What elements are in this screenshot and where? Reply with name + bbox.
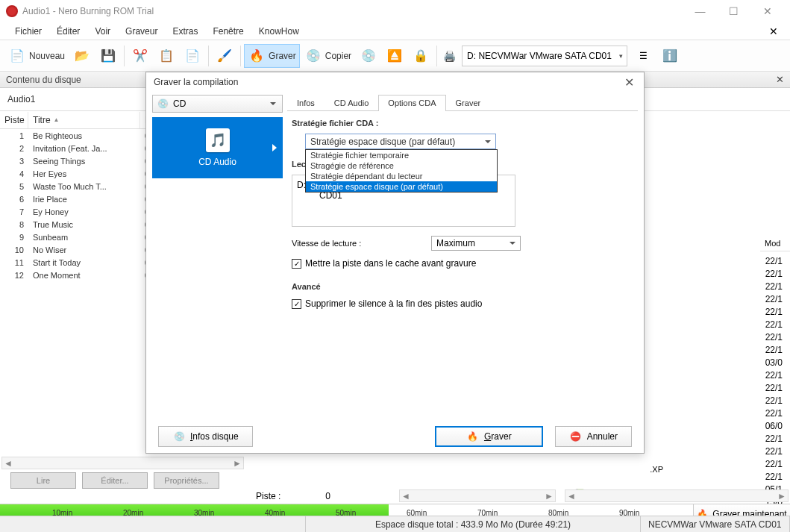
drive-options-button[interactable]: ☰ xyxy=(631,44,656,68)
toolbar: 📄 Nouveau 📂 💾 ✂️ 📋 📄 🖌️ 🔥 Graver 💿 Copie… xyxy=(0,40,790,72)
date-cell: 22/1 xyxy=(758,281,790,294)
burn-confirm-button[interactable]: 🔥 Graver xyxy=(435,426,543,447)
disc-type-select[interactable]: 💿 CD xyxy=(152,95,283,113)
dropdown-option[interactable]: Stragégie de référence xyxy=(306,160,497,171)
dropdown-option[interactable]: Stratégie dépendant du lecteur xyxy=(306,171,497,181)
tab-content: Stratégie fichier CDA : Stratégie espace… xyxy=(287,111,638,324)
titlebar-text: Audio1 - Nero Burning ROM Trial xyxy=(22,6,154,16)
header-titre[interactable]: Titre▲ xyxy=(28,112,140,128)
copy-clip-button[interactable]: 📋 xyxy=(154,44,179,68)
maximize-button[interactable]: ☐ xyxy=(717,0,750,22)
tab-graver[interactable]: Graver xyxy=(446,95,491,110)
date-cell: 22/1 xyxy=(758,307,790,319)
h-scrollbar-mid[interactable]: ◄► xyxy=(399,489,556,502)
close-button[interactable]: ✕ xyxy=(750,0,784,22)
date-cell: 22/1 xyxy=(758,395,790,408)
burn-button[interactable]: 🔥 Graver xyxy=(244,44,300,68)
menu-fichier[interactable]: Fichier xyxy=(7,24,49,39)
drive-selector[interactable]: D: NECVMWar VMware SATA CD01 xyxy=(462,46,627,66)
tab-options-cda[interactable]: Options CDA xyxy=(378,95,445,110)
cache-checkbox-row[interactable]: ✓ Mettre la piste dans le cache avant gr… xyxy=(292,258,633,269)
save-icon: 💾 xyxy=(99,47,117,65)
app-icon xyxy=(6,5,18,17)
save-button[interactable]: 💾 xyxy=(95,44,121,68)
speed-label: Vitesse de lecture : xyxy=(292,239,422,248)
menu-editer[interactable]: Éditer xyxy=(49,24,87,39)
brush-icon: 🖌️ xyxy=(216,47,233,65)
h-scrollbar-left[interactable]: ◄► xyxy=(1,457,244,469)
menu-voir[interactable]: Voir xyxy=(87,24,118,39)
edit-button[interactable]: Éditer... xyxy=(82,472,148,489)
new-button[interactable]: 📄 Nouveau xyxy=(4,44,69,68)
checkbox-icon: ✓ xyxy=(292,299,301,309)
dialog-footer: 💿 Infos disque 🔥 Graver ⛔ Annuler xyxy=(146,420,644,453)
printer-icon: 🖨️ xyxy=(440,47,458,65)
status-left xyxy=(0,516,306,532)
strategy-section-label: Stratégie fichier CDA : xyxy=(292,119,633,128)
securdisc-button[interactable]: 🔒 xyxy=(408,44,433,68)
disc-copy-icon: 💿 xyxy=(304,47,322,65)
dialog-close-button[interactable]: ✕ xyxy=(621,75,636,90)
new-icon: 📄 xyxy=(8,47,26,65)
dialog-right-panel: Infos CD Audio Options CDA Graver Straté… xyxy=(287,95,638,417)
brush-button[interactable]: 🖌️ xyxy=(212,44,237,68)
burn-dialog: Graver la compilation ✕ 💿 CD 🎵 CD Audio … xyxy=(145,72,645,454)
panel-close-icon[interactable]: ✕ xyxy=(776,74,784,85)
flame-icon: 🔥 xyxy=(248,47,266,65)
open-button[interactable]: 📂 xyxy=(69,44,95,68)
music-note-icon: 🎵 xyxy=(206,128,230,152)
piste-value: 0 xyxy=(325,491,330,501)
date-cell: 06/0 xyxy=(758,421,790,434)
date-cell: 22/1 xyxy=(758,472,790,484)
speed-combo[interactable]: Maximum xyxy=(431,236,521,251)
tab-infos[interactable]: Infos xyxy=(287,95,325,110)
checkbox-icon: ✓ xyxy=(292,259,301,269)
info-icon: ℹ️ xyxy=(661,47,679,65)
menu-fenetre[interactable]: Fenêtre xyxy=(205,24,251,39)
lock-icon: 🔒 xyxy=(412,47,430,65)
options-icon: ☰ xyxy=(635,47,653,65)
piste-label: Piste : xyxy=(256,491,280,501)
separator xyxy=(208,46,209,66)
date-cell: 22/1 xyxy=(758,319,790,332)
disc-icon: 💿 xyxy=(360,47,377,65)
date-cell: 22/1 xyxy=(758,294,790,307)
minimize-button[interactable]: — xyxy=(683,0,717,22)
statusbar: Espace disque total : 433.9 Mo Mo (Durée… xyxy=(0,516,790,532)
menu-extras[interactable]: Extras xyxy=(165,24,205,39)
cancel-button[interactable]: ⛔ Annuler xyxy=(555,426,632,447)
cut-button[interactable]: ✂️ xyxy=(128,44,153,68)
dropdown-option[interactable]: Stratégie fichier temporaire xyxy=(306,150,497,160)
mdi-close-icon[interactable]: ✕ xyxy=(765,25,783,37)
info-button[interactable]: ℹ️ xyxy=(657,44,683,68)
play-button[interactable]: Lire xyxy=(10,472,76,489)
paste-icon: 📄 xyxy=(184,47,201,65)
header-mod[interactable]: Mod xyxy=(760,236,790,251)
date-cell: 22/1 xyxy=(758,434,790,446)
sort-asc-icon: ▲ xyxy=(54,116,60,123)
disc-info-button[interactable]: 💿 xyxy=(356,44,381,68)
date-cell: 22/1 xyxy=(758,370,790,383)
menu-knowhow[interactable]: KnowHow xyxy=(251,24,307,39)
tab-cd-audio[interactable]: CD Audio xyxy=(325,95,378,110)
header-piste[interactable]: Piste xyxy=(0,112,28,128)
separator xyxy=(436,46,437,66)
copy-disc-button[interactable]: 💿 Copier xyxy=(301,44,355,68)
h-scrollbar-right[interactable]: ◄► xyxy=(565,489,789,502)
date-cell: 22/1 xyxy=(758,383,790,395)
paste-button[interactable]: 📄 xyxy=(180,44,205,68)
dialog-titlebar: Graver la compilation ✕ xyxy=(146,72,644,92)
dropdown-option-selected[interactable]: Stratégie espace disque (par défaut) xyxy=(306,181,497,192)
silence-checkbox-row[interactable]: ✓ Supprimer le silence à la fin des pist… xyxy=(292,298,633,309)
disc-info-button[interactable]: 💿 Infos disque xyxy=(158,426,253,447)
disc-icon: 💿 xyxy=(172,430,186,443)
date-cell: 22/1 xyxy=(758,408,790,421)
strategy-combo[interactable]: Stratégie espace disque (par défaut) Str… xyxy=(305,134,496,149)
eject-button[interactable]: ⏏️ xyxy=(382,44,407,68)
date-cell: 03/0 xyxy=(758,357,790,370)
menu-graveur[interactable]: Graveur xyxy=(118,24,165,39)
date-cell: 22/1 xyxy=(758,332,790,345)
compilation-tile[interactable]: 🎵 CD Audio xyxy=(152,117,283,178)
properties-button[interactable]: Propriétés... xyxy=(154,472,219,489)
separator xyxy=(240,46,241,66)
